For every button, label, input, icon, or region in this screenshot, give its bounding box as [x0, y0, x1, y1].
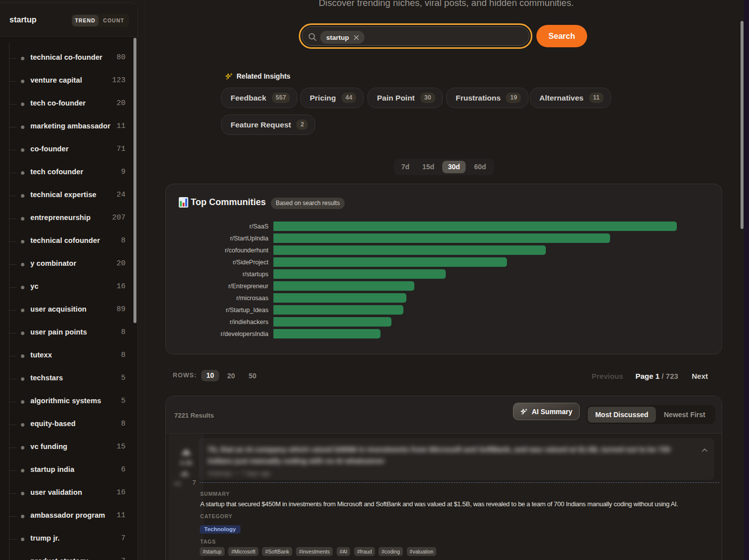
- svg-text:4.4k: 4.4k: [180, 459, 193, 466]
